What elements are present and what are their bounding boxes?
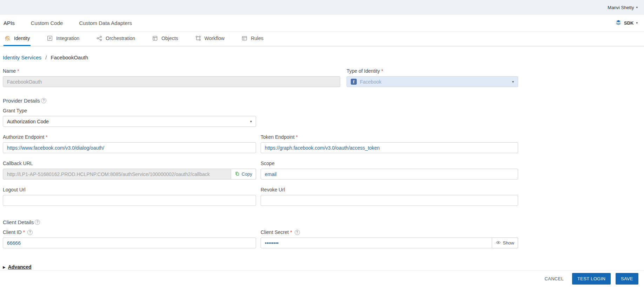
grant-type-value: Authorization Code [7, 119, 49, 124]
tab-identity[interactable]: Identity [4, 32, 31, 46]
callback-scope-row: Callback URL Copy Scope [3, 161, 518, 180]
show-secret-button[interactable]: Show [492, 237, 518, 248]
show-secret-label: Show [503, 240, 514, 246]
authorize-endpoint-input[interactable] [3, 142, 256, 153]
tab-label: Rules [251, 35, 263, 41]
logout-url-field-group: Logout Url [3, 187, 256, 206]
chevron-down-icon: ▾ [250, 119, 252, 123]
grant-type-field-group: Grant Type Authorization Code ▾ [3, 108, 256, 127]
nav-item-custom-data-adapters[interactable]: Custom Data Adapters [79, 20, 132, 26]
client-id-label: Client ID * ? [3, 229, 256, 235]
client-id-field-group: Client ID * ? [3, 229, 256, 248]
scope-input[interactable] [261, 169, 518, 180]
callback-url-label: Callback URL [3, 161, 256, 166]
tab-orchestration[interactable]: Orchestration [95, 32, 136, 46]
help-icon[interactable]: ? [41, 98, 46, 103]
revoke-url-label: Revoke Url [261, 187, 518, 193]
authorize-endpoint-field-group: Authorize Endpoint * [3, 134, 256, 153]
tab-workflow[interactable]: Workflow [194, 32, 225, 46]
tab-label: Workflow [204, 35, 224, 41]
scope-label: Scope [261, 161, 518, 166]
advanced-label: Advanced [8, 264, 32, 270]
required-asterisk: * [381, 68, 383, 74]
advanced-toggle[interactable]: ▶ Advanced [3, 264, 32, 270]
logout-url-input[interactable] [3, 195, 256, 206]
name-field-group: Name * [3, 68, 340, 87]
grant-type-label: Grant Type [3, 108, 256, 113]
endpoints-row: Authorize Endpoint * Token Endpoint * [3, 134, 518, 153]
identity-fingerprint-icon [4, 35, 11, 42]
eye-icon [496, 240, 501, 246]
name-type-row: Name * Type of Identity * f Facebook ▾ [3, 68, 518, 87]
topbar: Manvi Shetty ▾ [0, 0, 644, 15]
main-nav: APIs Custom Code Custom Data Adapters SD… [0, 15, 644, 32]
name-input [3, 76, 340, 87]
token-endpoint-field-group: Token Endpoint * [261, 134, 518, 153]
tab-integration[interactable]: Integration [46, 32, 80, 46]
save-button[interactable]: SAVE [616, 273, 638, 285]
objects-cube-icon [152, 35, 158, 41]
client-secret-input[interactable] [261, 237, 492, 248]
provider-details-heading: Provider Details ? [3, 98, 644, 104]
footer-actions: CANCEL TEST LOGIN SAVE [0, 270, 644, 287]
required-asterisk: * [17, 68, 19, 74]
breadcrumb-identity-services-link[interactable]: Identity Services [3, 54, 41, 60]
help-icon[interactable]: ? [27, 230, 33, 235]
tab-label: Integration [56, 35, 79, 41]
grant-type-select[interactable]: Authorization Code ▾ [3, 116, 256, 127]
revoke-url-input[interactable] [261, 195, 518, 206]
chevron-down-icon: ▾ [636, 6, 638, 9]
tab-label: Objects [161, 35, 178, 41]
nav-items: APIs Custom Code Custom Data Adapters [4, 20, 132, 26]
callback-url-field-group: Callback URL Copy [3, 161, 256, 180]
rules-icon [241, 35, 248, 41]
required-asterisk: * [23, 229, 25, 235]
breadcrumb: Identity Services / FacebookOauth [3, 54, 644, 60]
expand-arrow-icon: ▶ [3, 265, 6, 269]
type-of-identity-label: Type of Identity * [347, 68, 518, 74]
help-icon[interactable]: ? [35, 220, 40, 225]
test-login-button[interactable]: TEST LOGIN [572, 273, 611, 285]
orchestration-icon [96, 35, 102, 41]
revoke-url-field-group: Revoke Url [261, 187, 518, 206]
client-details-heading: Client Details ? [3, 219, 644, 225]
user-menu[interactable]: Manvi Shetty ▾ [608, 5, 638, 10]
chevron-down-icon: ▾ [512, 80, 514, 84]
grant-type-row: Grant Type Authorization Code ▾ [3, 108, 518, 127]
copy-icon [235, 171, 240, 177]
authorize-endpoint-label: Authorize Endpoint * [3, 134, 256, 140]
required-asterisk: * [296, 134, 298, 140]
help-icon[interactable]: ? [295, 230, 300, 235]
logout-url-label: Logout Url [3, 187, 256, 193]
chevron-down-icon: ▾ [636, 21, 638, 25]
token-endpoint-input[interactable] [261, 142, 518, 153]
tab-label: Identity [14, 35, 30, 41]
nav-item-apis[interactable]: APIs [4, 20, 15, 26]
type-of-identity-select: f Facebook ▾ [347, 76, 518, 87]
nav-item-custom-code[interactable]: Custom Code [31, 20, 63, 26]
breadcrumb-current: FacebookOauth [51, 54, 88, 60]
required-asterisk: * [46, 134, 47, 140]
client-secret-label: Client Secret * ? [261, 229, 518, 235]
name-label: Name * [3, 68, 340, 74]
type-of-identity-field-group: Type of Identity * f Facebook ▾ [347, 68, 518, 87]
tab-objects[interactable]: Objects [151, 32, 179, 46]
type-of-identity-value: Facebook [360, 79, 381, 85]
breadcrumb-separator: / [45, 54, 47, 60]
sdk-label: SDK [624, 20, 633, 26]
callback-url-input [3, 169, 231, 180]
copy-button-label: Copy [242, 171, 252, 177]
tab-label: Orchestration [106, 35, 135, 41]
client-id-input[interactable] [3, 237, 256, 248]
sdk-menu[interactable]: SDK ▾ [615, 19, 638, 27]
client-credentials-row: Client ID * ? Client Secret * ? [3, 229, 518, 248]
facebook-icon: f [351, 79, 357, 85]
tab-rules[interactable]: Rules [241, 32, 264, 46]
scope-field-group: Scope [261, 161, 518, 180]
workflow-icon [195, 35, 201, 41]
cancel-button[interactable]: CANCEL [541, 273, 567, 285]
integration-icon [47, 35, 53, 41]
sdk-layers-icon [615, 19, 622, 27]
client-secret-field-group: Client Secret * ? Show [261, 229, 518, 248]
copy-button[interactable]: Copy [231, 169, 256, 180]
